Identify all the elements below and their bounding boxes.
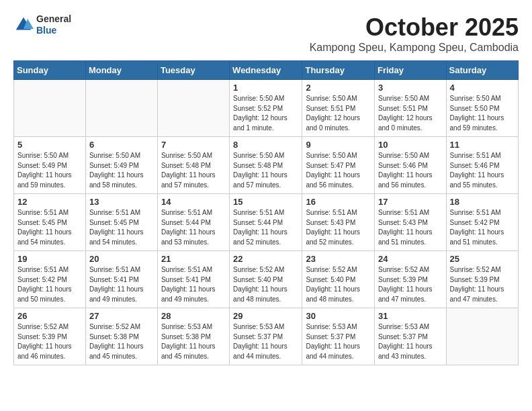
- logo-general: General: [36, 13, 71, 25]
- day-number: 29: [233, 311, 298, 321]
- calendar-cell: 28Sunrise: 5:53 AM Sunset: 5:38 PM Dayli…: [157, 308, 229, 365]
- day-number: 2: [306, 83, 371, 93]
- day-info: Sunrise: 5:52 AM Sunset: 5:39 PM Dayligh…: [450, 265, 515, 304]
- calendar-cell: 29Sunrise: 5:53 AM Sunset: 5:37 PM Dayli…: [230, 308, 302, 365]
- day-info: Sunrise: 5:51 AM Sunset: 5:41 PM Dayligh…: [161, 265, 226, 304]
- calendar-table: SundayMondayTuesdayWednesdayThursdayFrid…: [13, 60, 519, 365]
- day-number: 25: [450, 254, 515, 264]
- calendar-cell: 11Sunrise: 5:51 AM Sunset: 5:46 PM Dayli…: [446, 137, 518, 194]
- weekday-header-friday: Friday: [375, 61, 447, 80]
- week-row-1: 1Sunrise: 5:50 AM Sunset: 5:52 PM Daylig…: [14, 80, 519, 137]
- day-number: 23: [306, 254, 371, 264]
- calendar-cell: 4Sunrise: 5:50 AM Sunset: 5:50 PM Daylig…: [446, 80, 518, 137]
- day-number: 11: [450, 140, 515, 150]
- weekday-header-wednesday: Wednesday: [230, 61, 302, 80]
- day-number: 28: [161, 311, 226, 321]
- calendar-cell: 22Sunrise: 5:52 AM Sunset: 5:40 PM Dayli…: [230, 251, 302, 308]
- day-number: 30: [306, 311, 371, 321]
- day-number: 31: [378, 311, 443, 321]
- weekday-header-tuesday: Tuesday: [157, 61, 229, 80]
- day-number: 3: [378, 83, 443, 93]
- day-number: 14: [161, 197, 226, 207]
- calendar-cell: 12Sunrise: 5:51 AM Sunset: 5:45 PM Dayli…: [14, 194, 86, 251]
- day-info: Sunrise: 5:51 AM Sunset: 5:42 PM Dayligh…: [17, 265, 82, 304]
- day-number: 5: [17, 140, 82, 150]
- day-info: Sunrise: 5:50 AM Sunset: 5:48 PM Dayligh…: [161, 151, 226, 190]
- header: General Blue October 2025 Kampong Speu, …: [13, 13, 519, 54]
- calendar-cell: 10Sunrise: 5:50 AM Sunset: 5:46 PM Dayli…: [375, 137, 447, 194]
- day-info: Sunrise: 5:50 AM Sunset: 5:51 PM Dayligh…: [378, 94, 443, 133]
- day-number: 12: [17, 197, 82, 207]
- day-info: Sunrise: 5:52 AM Sunset: 5:39 PM Dayligh…: [17, 322, 82, 361]
- day-number: 6: [89, 140, 154, 150]
- day-info: Sunrise: 5:53 AM Sunset: 5:37 PM Dayligh…: [233, 322, 298, 361]
- day-info: Sunrise: 5:51 AM Sunset: 5:43 PM Dayligh…: [306, 208, 371, 247]
- calendar-cell: 19Sunrise: 5:51 AM Sunset: 5:42 PM Dayli…: [14, 251, 86, 308]
- calendar-cell: 1Sunrise: 5:50 AM Sunset: 5:52 PM Daylig…: [230, 80, 302, 137]
- day-number: 19: [17, 254, 82, 264]
- day-number: 15: [233, 197, 298, 207]
- calendar-cell: 7Sunrise: 5:50 AM Sunset: 5:48 PM Daylig…: [157, 137, 229, 194]
- day-info: Sunrise: 5:50 AM Sunset: 5:50 PM Dayligh…: [450, 94, 515, 133]
- calendar-cell: 26Sunrise: 5:52 AM Sunset: 5:39 PM Dayli…: [14, 308, 86, 365]
- day-info: Sunrise: 5:51 AM Sunset: 5:42 PM Dayligh…: [450, 208, 515, 247]
- calendar-cell: 23Sunrise: 5:52 AM Sunset: 5:40 PM Dayli…: [302, 251, 375, 308]
- day-number: 20: [89, 254, 154, 264]
- calendar-cell: 18Sunrise: 5:51 AM Sunset: 5:42 PM Dayli…: [446, 194, 518, 251]
- day-number: 24: [378, 254, 443, 264]
- day-info: Sunrise: 5:51 AM Sunset: 5:44 PM Dayligh…: [161, 208, 226, 247]
- title-section: October 2025 Kampong Speu, Kampong Speu,…: [310, 13, 519, 54]
- calendar-cell: 27Sunrise: 5:52 AM Sunset: 5:38 PM Dayli…: [85, 308, 157, 365]
- day-info: Sunrise: 5:50 AM Sunset: 5:51 PM Dayligh…: [306, 94, 371, 133]
- day-info: Sunrise: 5:52 AM Sunset: 5:38 PM Dayligh…: [89, 322, 154, 361]
- day-number: 17: [378, 197, 443, 207]
- weekday-header-saturday: Saturday: [446, 61, 518, 80]
- calendar-cell: 2Sunrise: 5:50 AM Sunset: 5:51 PM Daylig…: [302, 80, 375, 137]
- weekday-header-thursday: Thursday: [302, 61, 375, 80]
- day-number: 16: [306, 197, 371, 207]
- weekday-header-sunday: Sunday: [14, 61, 86, 80]
- day-info: Sunrise: 5:52 AM Sunset: 5:40 PM Dayligh…: [233, 265, 298, 304]
- day-info: Sunrise: 5:50 AM Sunset: 5:46 PM Dayligh…: [378, 151, 443, 190]
- day-info: Sunrise: 5:51 AM Sunset: 5:46 PM Dayligh…: [450, 151, 515, 190]
- day-number: 21: [161, 254, 226, 264]
- day-info: Sunrise: 5:51 AM Sunset: 5:45 PM Dayligh…: [17, 208, 82, 247]
- day-info: Sunrise: 5:51 AM Sunset: 5:44 PM Dayligh…: [233, 208, 298, 247]
- day-number: 26: [17, 311, 82, 321]
- day-info: Sunrise: 5:53 AM Sunset: 5:37 PM Dayligh…: [378, 322, 443, 361]
- day-info: Sunrise: 5:50 AM Sunset: 5:52 PM Dayligh…: [233, 94, 298, 133]
- day-number: 9: [306, 140, 371, 150]
- calendar-cell: 3Sunrise: 5:50 AM Sunset: 5:51 PM Daylig…: [375, 80, 447, 137]
- logo-icon: [13, 15, 34, 35]
- day-number: 7: [161, 140, 226, 150]
- day-info: Sunrise: 5:50 AM Sunset: 5:47 PM Dayligh…: [306, 151, 371, 190]
- day-number: 8: [233, 140, 298, 150]
- day-number: 18: [450, 197, 515, 207]
- calendar-cell: [14, 80, 86, 137]
- calendar-cell: 6Sunrise: 5:50 AM Sunset: 5:49 PM Daylig…: [85, 137, 157, 194]
- day-number: 27: [89, 311, 154, 321]
- calendar-cell: 16Sunrise: 5:51 AM Sunset: 5:43 PM Dayli…: [302, 194, 375, 251]
- day-info: Sunrise: 5:52 AM Sunset: 5:39 PM Dayligh…: [378, 265, 443, 304]
- calendar-cell: 21Sunrise: 5:51 AM Sunset: 5:41 PM Dayli…: [157, 251, 229, 308]
- calendar-cell: 31Sunrise: 5:53 AM Sunset: 5:37 PM Dayli…: [375, 308, 447, 365]
- day-info: Sunrise: 5:53 AM Sunset: 5:37 PM Dayligh…: [306, 322, 371, 361]
- calendar-cell: 14Sunrise: 5:51 AM Sunset: 5:44 PM Dayli…: [157, 194, 229, 251]
- calendar-cell: 9Sunrise: 5:50 AM Sunset: 5:47 PM Daylig…: [302, 137, 375, 194]
- day-number: 13: [89, 197, 154, 207]
- calendar-cell: 20Sunrise: 5:51 AM Sunset: 5:41 PM Dayli…: [85, 251, 157, 308]
- calendar-cell: [157, 80, 229, 137]
- day-info: Sunrise: 5:50 AM Sunset: 5:48 PM Dayligh…: [233, 151, 298, 190]
- week-row-2: 5Sunrise: 5:50 AM Sunset: 5:49 PM Daylig…: [14, 137, 519, 194]
- weekday-header-monday: Monday: [85, 61, 157, 80]
- day-info: Sunrise: 5:51 AM Sunset: 5:41 PM Dayligh…: [89, 265, 154, 304]
- day-info: Sunrise: 5:52 AM Sunset: 5:40 PM Dayligh…: [306, 265, 371, 304]
- day-number: 1: [233, 83, 298, 93]
- day-info: Sunrise: 5:50 AM Sunset: 5:49 PM Dayligh…: [17, 151, 82, 190]
- logo: General Blue: [13, 13, 71, 36]
- calendar-cell: [446, 308, 518, 365]
- calendar-cell: [85, 80, 157, 137]
- calendar-cell: 15Sunrise: 5:51 AM Sunset: 5:44 PM Dayli…: [230, 194, 302, 251]
- week-row-3: 12Sunrise: 5:51 AM Sunset: 5:45 PM Dayli…: [14, 194, 519, 251]
- calendar-cell: 24Sunrise: 5:52 AM Sunset: 5:39 PM Dayli…: [375, 251, 447, 308]
